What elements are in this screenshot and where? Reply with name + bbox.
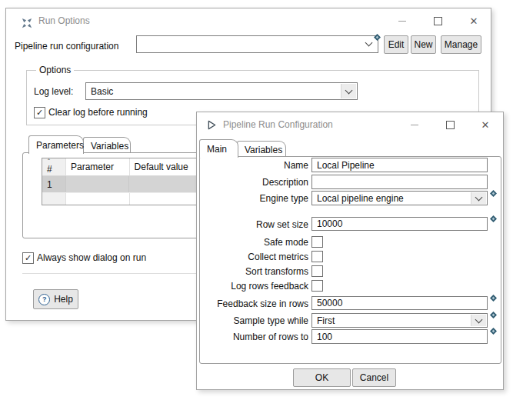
column-header-num[interactable]: ˆ # xyxy=(42,158,66,175)
help-button[interactable]: ? Help xyxy=(33,289,78,309)
dialog-title: Pipeline Run Configuration xyxy=(223,119,333,130)
maximize-icon xyxy=(446,121,455,129)
cancel-button[interactable]: Cancel xyxy=(352,368,396,387)
safe-mode-checkbox[interactable] xyxy=(311,236,323,248)
log-level-value: Basic xyxy=(91,86,113,97)
feedback-size-label: Feedback size in rows xyxy=(197,298,308,309)
clear-log-checkbox[interactable]: ✓ xyxy=(34,107,45,118)
log-rows-feedback-checkbox[interactable] xyxy=(311,280,323,292)
description-label: Description xyxy=(197,177,308,188)
variable-icon xyxy=(490,310,497,317)
minimize-button[interactable] xyxy=(405,118,425,132)
close-icon: ✕ xyxy=(481,120,490,130)
engine-type-combo[interactable]: Local pipeline engine xyxy=(311,191,488,205)
tab-variables[interactable]: Variables xyxy=(237,141,286,158)
combo-dropdown-button[interactable] xyxy=(471,315,486,326)
combo-dropdown-button[interactable] xyxy=(471,192,486,204)
name-label: Name xyxy=(197,160,308,171)
maximize-icon xyxy=(434,17,442,25)
column-header-parameter[interactable]: Parameter xyxy=(66,158,130,175)
minimize-button[interactable] xyxy=(392,14,412,28)
chevron-down-icon xyxy=(345,86,353,94)
play-outline-icon xyxy=(207,120,217,132)
help-icon: ? xyxy=(38,294,50,305)
chevron-down-icon xyxy=(475,315,483,323)
row-number-cell: 1 xyxy=(42,176,66,192)
sort-transforms-label: Sort transforms xyxy=(197,266,308,277)
variable-icon xyxy=(490,326,497,333)
manage-button[interactable]: Manage xyxy=(441,35,481,54)
parameter-cell[interactable] xyxy=(66,176,129,192)
maximize-button[interactable] xyxy=(440,118,460,132)
minimize-icon xyxy=(411,125,418,125)
tab-variables[interactable]: Variables xyxy=(83,137,131,154)
variable-icon xyxy=(374,32,381,39)
row-number-cell xyxy=(42,193,66,205)
log-rows-feedback-label: Log rows feedback xyxy=(197,281,308,292)
chevron-down-icon xyxy=(475,193,483,201)
minimize-icon xyxy=(398,21,406,22)
edit-button[interactable]: Edit xyxy=(384,35,408,54)
number-of-rows-field[interactable]: 100 xyxy=(311,329,488,344)
always-show-dialog-checkbox[interactable]: ✓ xyxy=(22,252,34,264)
sample-type-label: Sample type while xyxy=(197,315,308,326)
collect-metrics-label: Collect metrics xyxy=(197,252,308,262)
ok-button[interactable]: OK xyxy=(293,368,351,387)
close-icon: ✕ xyxy=(470,16,478,26)
feedback-size-field[interactable]: 50000 xyxy=(311,296,488,310)
engine-type-label: Engine type xyxy=(197,193,308,204)
sort-transforms-checkbox[interactable] xyxy=(311,265,323,277)
dialog-title: Run Options xyxy=(38,15,90,26)
hop-logo-icon xyxy=(22,18,32,31)
maximize-button[interactable] xyxy=(428,14,448,28)
number-of-rows-label: Number of rows to xyxy=(197,332,308,342)
options-group-legend: Options xyxy=(36,65,74,75)
tab-main[interactable]: Main xyxy=(199,139,238,158)
combo-dropdown-button[interactable] xyxy=(341,84,356,98)
pipeline-run-config-combo[interactable] xyxy=(136,35,378,53)
tab-parameters[interactable]: Parameters xyxy=(28,135,84,154)
row-set-size-label: Row set size xyxy=(197,219,308,230)
screen: Run Options ✕ Pipeline run configuration… xyxy=(0,0,513,420)
log-level-label: Log level: xyxy=(34,86,73,97)
close-button[interactable]: ✕ xyxy=(464,14,484,28)
checkmark-icon: ✓ xyxy=(25,254,32,262)
sample-type-combo[interactable]: First xyxy=(311,313,488,328)
description-field[interactable] xyxy=(311,175,488,189)
log-level-combo[interactable]: Basic xyxy=(85,82,358,100)
clear-log-label: Clear log before running xyxy=(48,107,148,118)
variable-icon xyxy=(490,214,497,221)
name-field[interactable]: Local Pipeline xyxy=(311,158,488,172)
sort-asc-icon: ˆ xyxy=(48,158,50,165)
variable-icon xyxy=(490,293,497,300)
parameter-cell xyxy=(66,193,130,205)
new-button[interactable]: New xyxy=(411,35,436,54)
pipeline-run-config-label: Pipeline run configuration xyxy=(15,41,118,52)
close-button[interactable]: ✕ xyxy=(475,118,495,132)
always-show-dialog-label: Always show dialog on run xyxy=(37,252,146,263)
pipeline-run-configuration-dialog: Pipeline Run Configuration ✕ Main Variab… xyxy=(196,112,504,390)
safe-mode-label: Safe mode xyxy=(197,237,308,248)
collect-metrics-checkbox[interactable] xyxy=(311,251,323,262)
variable-icon xyxy=(490,188,497,195)
chevron-down-icon xyxy=(365,39,373,47)
row-set-size-field[interactable]: 10000 xyxy=(311,217,488,231)
checkmark-icon: ✓ xyxy=(36,108,43,117)
